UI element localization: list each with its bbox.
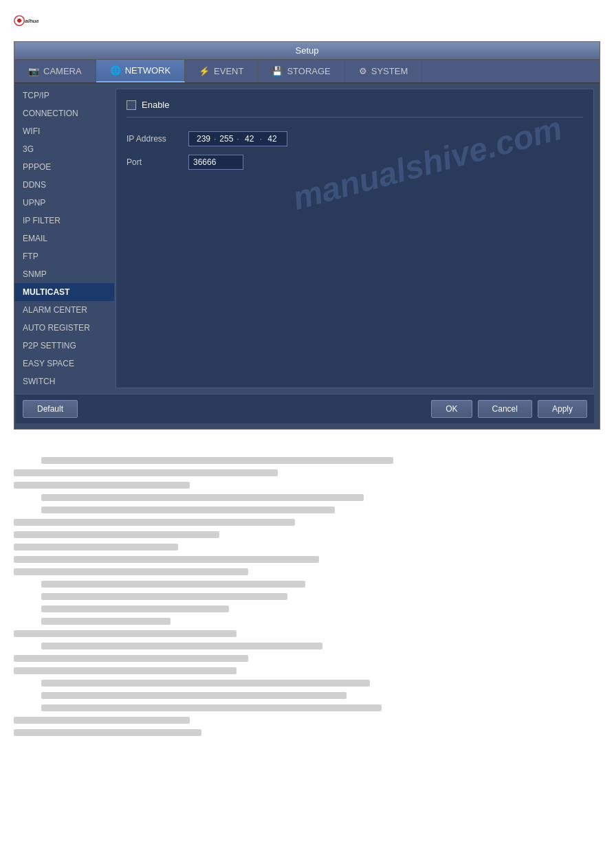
doc-bar [41, 618, 171, 625]
camera-icon: 📷 [28, 66, 39, 76]
doc-bar [14, 717, 190, 724]
doc-bar [14, 519, 295, 526]
sidebar-item-email[interactable]: EMAIL [14, 230, 114, 247]
dahua-logo-icon: alhua [14, 8, 39, 33]
apply-button[interactable]: Apply [538, 400, 587, 418]
storage-icon: 💾 [272, 66, 283, 76]
sidebar-item-autoregister[interactable]: AUTO REGISTER [14, 319, 114, 337]
doc-bar [41, 593, 287, 600]
enable-label: Enable [142, 100, 169, 110]
sidebar-item-tcpip[interactable]: TCP/IP [14, 87, 114, 104]
tab-event[interactable]: ⚡ EVENT [185, 60, 258, 82]
doc-bar [14, 544, 178, 550]
doc-bar [41, 457, 393, 464]
tab-event-label: EVENT [214, 66, 243, 76]
sidebar: TCP/IP CONNECTION WIFI 3G PPPOE DDNS UPN… [14, 83, 114, 394]
brand-logo: alhua [14, 8, 600, 33]
doc-bar [41, 643, 322, 649]
sidebar-item-ipfilter[interactable]: IP FILTER [14, 212, 114, 230]
default-button[interactable]: Default [23, 400, 78, 418]
sidebar-item-multicast[interactable]: MULTICAST [14, 283, 114, 301]
tab-camera-label: CAMERA [43, 66, 82, 76]
sidebar-item-upnp[interactable]: UPNP [14, 194, 114, 212]
sidebar-item-connection[interactable]: CONNECTION [14, 104, 114, 122]
tab-system-label: SYSTEM [371, 66, 408, 76]
ip-address-row: IP Address · · · [127, 131, 583, 146]
sidebar-item-pppoe[interactable]: PPPOE [14, 158, 114, 176]
network-icon: 🌐 [110, 65, 121, 76]
tab-storage[interactable]: 💾 STORAGE [258, 60, 344, 82]
tab-bar: 📷 CAMERA 🌐 NETWORK ⚡ EVENT 💾 STORAGE ⚙ S… [14, 60, 600, 83]
main-panel: Enable IP Address · · · Port [116, 89, 594, 388]
doc-bar [14, 531, 219, 538]
doc-bar [41, 494, 364, 501]
sidebar-item-easyspace[interactable]: EASY SPACE [14, 355, 114, 372]
doc-bar [14, 482, 190, 489]
doc-bar [41, 692, 347, 699]
sidebar-item-ftp[interactable]: FTP [14, 247, 114, 265]
doc-bar [14, 568, 248, 575]
doc-bar [14, 556, 319, 563]
sidebar-item-switch[interactable]: SWITCH [14, 372, 114, 390]
ip-octet2[interactable] [216, 134, 237, 144]
setup-container: Setup 📷 CAMERA 🌐 NETWORK ⚡ EVENT 💾 STORA… [14, 41, 600, 430]
tab-storage-label: STORAGE [287, 66, 330, 76]
sidebar-item-ddns[interactable]: DDNS [14, 176, 114, 194]
port-input[interactable] [188, 155, 243, 170]
doc-bar [14, 655, 248, 662]
doc-area [0, 443, 614, 755]
tab-network[interactable]: 🌐 NETWORK [96, 60, 185, 82]
enable-row: Enable [127, 100, 583, 118]
event-icon: ⚡ [199, 66, 210, 76]
sidebar-item-alarmcenter[interactable]: ALARM CENTER [14, 301, 114, 319]
tab-system[interactable]: ⚙ SYSTEM [345, 60, 422, 82]
doc-bar [14, 630, 237, 637]
ok-button[interactable]: OK [431, 400, 472, 418]
system-icon: ⚙ [359, 66, 367, 76]
doc-bar [14, 667, 237, 674]
ip-address-input-group: · · · [188, 131, 287, 146]
doc-bar [14, 729, 201, 736]
setup-title: Setup [296, 45, 319, 56]
ip-octet3[interactable] [239, 134, 260, 144]
ip-octet4[interactable] [262, 134, 283, 144]
doc-bar [14, 469, 278, 476]
sidebar-item-3g[interactable]: 3G [14, 140, 114, 158]
doc-bar [41, 581, 305, 588]
bottom-buttons: Default OK Cancel Apply [16, 394, 594, 423]
doc-bar [41, 507, 335, 513]
tab-camera[interactable]: 📷 CAMERA [14, 60, 96, 82]
sidebar-item-wifi[interactable]: WIFI [14, 122, 114, 140]
doc-bar [41, 605, 229, 612]
ip-address-label: IP Address [127, 134, 188, 144]
doc-bar [41, 680, 370, 687]
logo-area: alhua [0, 0, 614, 41]
tab-network-label: NETWORK [125, 65, 171, 76]
sidebar-item-snmp[interactable]: SNMP [14, 265, 114, 283]
svg-text:alhua: alhua [25, 18, 39, 24]
content-area: TCP/IP CONNECTION WIFI 3G PPPOE DDNS UPN… [14, 83, 600, 394]
enable-checkbox[interactable] [127, 100, 136, 110]
sidebar-item-p2psetting[interactable]: P2P SETTING [14, 337, 114, 355]
cancel-button[interactable]: Cancel [478, 400, 532, 418]
doc-bar [41, 704, 382, 711]
ip-octet1[interactable] [193, 134, 214, 144]
port-row: Port [127, 155, 583, 170]
action-buttons: OK Cancel Apply [431, 400, 587, 418]
setup-titlebar: Setup [14, 42, 600, 60]
port-label: Port [127, 157, 188, 167]
